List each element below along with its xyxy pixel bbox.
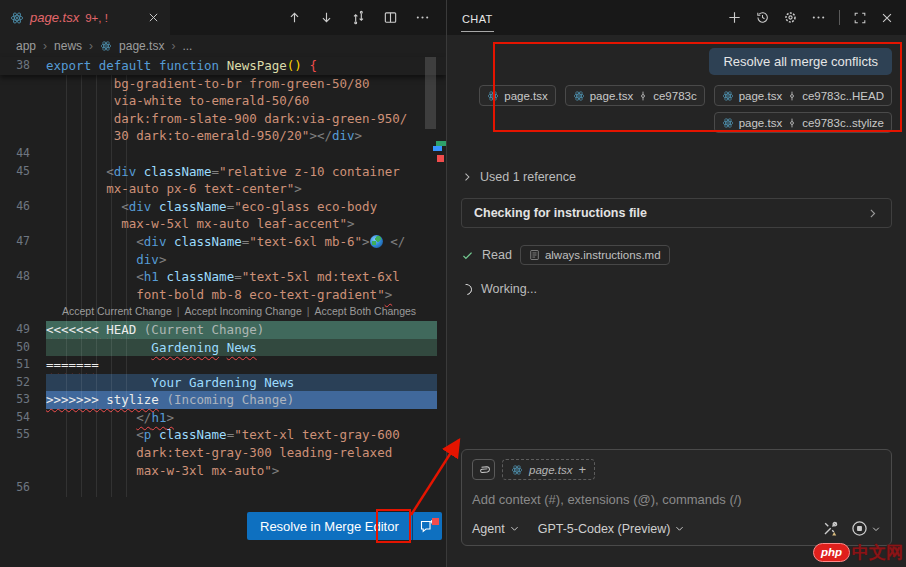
resolve-in-merge-editor-button[interactable]: Resolve in Merge Editor [247, 512, 442, 540]
previous-conflict-icon[interactable] [287, 10, 302, 25]
line-number: 56 [0, 479, 46, 497]
chat-body: Resolve all merge conflicts page.tsxpage… [447, 35, 906, 567]
code-text[interactable]: mx-auto px-6 text-center"> [46, 180, 437, 198]
code-text[interactable]: div> [46, 251, 437, 269]
request-context-chip[interactable]: page.tsxce9783c..stylize [714, 112, 892, 133]
editor-scrollbar[interactable] [425, 57, 436, 129]
editor-actions [287, 0, 446, 35]
more-actions-icon[interactable] [415, 10, 430, 25]
chip-git-ref: ce9783c..HEAD [802, 90, 884, 102]
code-editor[interactable]: 38export default function NewsPage() { b… [0, 57, 446, 497]
git-ref-icon [638, 90, 648, 102]
code-text[interactable]: <h1 className="text-5xl md:text-6xl [46, 268, 437, 286]
chat-tab[interactable]: CHAT [461, 4, 494, 32]
accept-both-changes-link[interactable]: Accept Both Changes [315, 303, 417, 321]
code-line: mx-auto px-6 text-center"> [0, 180, 446, 198]
instructions-file-chip[interactable]: always.instructions.md [520, 245, 670, 265]
code-text[interactable]: via-white to-emerald-50/60 [46, 92, 437, 110]
chevron-down-icon [509, 523, 520, 534]
user-request-bubble: Resolve all merge conflicts [709, 48, 892, 75]
chip-file-name: page.tsx [504, 90, 547, 102]
file-icon [529, 249, 540, 261]
configure-tools-icon[interactable] [822, 520, 839, 537]
more-actions-icon[interactable] [811, 10, 826, 25]
line-number [0, 286, 46, 304]
breadcrumb-item-symbol[interactable]: ... [182, 39, 192, 53]
line-number: 49 [0, 321, 46, 339]
open-changes-icon[interactable] [351, 10, 366, 25]
split-editor-icon[interactable] [383, 10, 398, 25]
breadcrumb-item-news[interactable]: news [54, 39, 82, 53]
attach-context-button[interactable] [472, 459, 495, 480]
request-context-chip[interactable]: page.tsx [479, 85, 555, 106]
breadcrumb: app › news › page.tsx › ... [0, 35, 446, 57]
code-text[interactable]: <p className="text-xl text-gray-600 [46, 426, 437, 444]
add-context-icon[interactable]: + [578, 462, 586, 477]
request-context-chip[interactable]: page.tsxce9783c [565, 85, 705, 106]
code-text[interactable]: max-w-3xl mx-auto"> [46, 462, 437, 480]
code-text[interactable]: <div className="relative z-10 container [46, 163, 437, 181]
code-text[interactable]: font-bold mb-8 eco-text-gradient"> [46, 286, 437, 304]
react-file-icon [100, 40, 112, 52]
code-text[interactable]: <<<<<<< HEAD (Current Change) [46, 321, 437, 339]
resolve-with-copilot-icon[interactable] [412, 512, 442, 540]
code-text[interactable]: Gardening News [46, 339, 437, 357]
code-text[interactable] [46, 479, 437, 497]
code-line: 48 <h1 className="text-5xl md:text-6xl [0, 268, 446, 286]
code-line: 54 </h1> [0, 409, 446, 427]
stop-request-control[interactable] [851, 520, 881, 537]
line-number: 50 [0, 339, 46, 357]
resolve-button-label[interactable]: Resolve in Merge Editor [247, 512, 412, 540]
model-picker[interactable]: GPT-5-Codex (Preview) [538, 522, 686, 536]
maximize-panel-icon[interactable] [853, 11, 867, 25]
code-text[interactable]: export default function NewsPage() { [46, 57, 437, 75]
line-number: 47 [0, 233, 46, 251]
code-line: 49<<<<<<< HEAD (Current Change) [0, 321, 446, 339]
chat-controls-row: Agent GPT-5-Codex (Preview) [472, 520, 881, 537]
code-text[interactable]: dark:text-gray-300 leading-relaxed [46, 444, 437, 462]
breadcrumb-item-app[interactable]: app [16, 39, 36, 53]
code-text[interactable]: dark:from-slate-900 dark:via-green-950/ [46, 110, 437, 128]
code-line: max-w-3xl mx-auto"> [0, 462, 446, 480]
line-number [0, 462, 46, 480]
overview-ruler-error-mark [437, 155, 444, 162]
code-text[interactable]: max-w-5xl mx-auto leaf-accent"> [46, 215, 437, 233]
configure-chat-icon[interactable] [783, 10, 798, 25]
accept-incoming-change-link[interactable]: Accept Incoming Change [184, 303, 301, 321]
code-text[interactable]: 30 dark:to-emerald-950/20"></div> [46, 127, 437, 145]
next-conflict-icon[interactable] [319, 10, 334, 25]
mode-picker[interactable]: Agent [472, 522, 520, 536]
line-number [0, 92, 46, 110]
code-text[interactable]: <div className="text-6xl mb-6"> </ [46, 233, 437, 251]
current-file-context-chip[interactable]: page.tsx + [502, 459, 595, 480]
tab-git-badge: 9+, ! [85, 12, 108, 24]
code-text[interactable] [46, 145, 437, 163]
chat-input-placeholder[interactable]: Add context (#), extensions (@), command… [472, 492, 881, 507]
globe-emoji [370, 235, 383, 248]
new-chat-icon[interactable] [727, 10, 742, 25]
breadcrumb-item-file[interactable]: page.tsx [119, 39, 164, 53]
git-ref-icon [787, 90, 797, 102]
code-line: bg-gradient-to-br from-green-50/80 [0, 75, 446, 93]
react-file-icon [722, 90, 734, 102]
code-line: div> [0, 251, 446, 269]
close-panel-icon[interactable] [880, 11, 894, 25]
code-text[interactable]: ======= [46, 356, 437, 374]
tab-page-tsx[interactable]: page.tsx 9+, ! [0, 0, 170, 35]
accept-current-change-link[interactable]: Accept Current Change [62, 303, 172, 321]
chat-history-icon[interactable] [755, 10, 770, 25]
tab-close-icon[interactable] [147, 11, 160, 24]
code-text[interactable]: bg-gradient-to-br from-green-50/80 [46, 75, 437, 93]
used-references-row[interactable]: Used 1 reference [461, 170, 892, 184]
code-text[interactable]: >>>>>>> stylize (Incoming Change) [46, 391, 437, 409]
code-line: 50 Gardening News [0, 339, 446, 357]
tool-call-box[interactable]: Checking for instructions file [461, 198, 892, 228]
tab-file-name: page.tsx [30, 10, 79, 25]
code-text[interactable]: <div className="eco-glass eco-body [46, 198, 437, 216]
breadcrumb-separator: › [89, 39, 93, 53]
code-text[interactable]: Your Gardening News [46, 374, 437, 392]
request-context-chip[interactable]: page.tsxce9783c..HEAD [714, 85, 892, 106]
watermark-brand: php [813, 543, 850, 562]
code-text[interactable]: </h1> [46, 409, 437, 427]
chat-input-box[interactable]: page.tsx + Add context (#), extensions (… [461, 449, 892, 546]
